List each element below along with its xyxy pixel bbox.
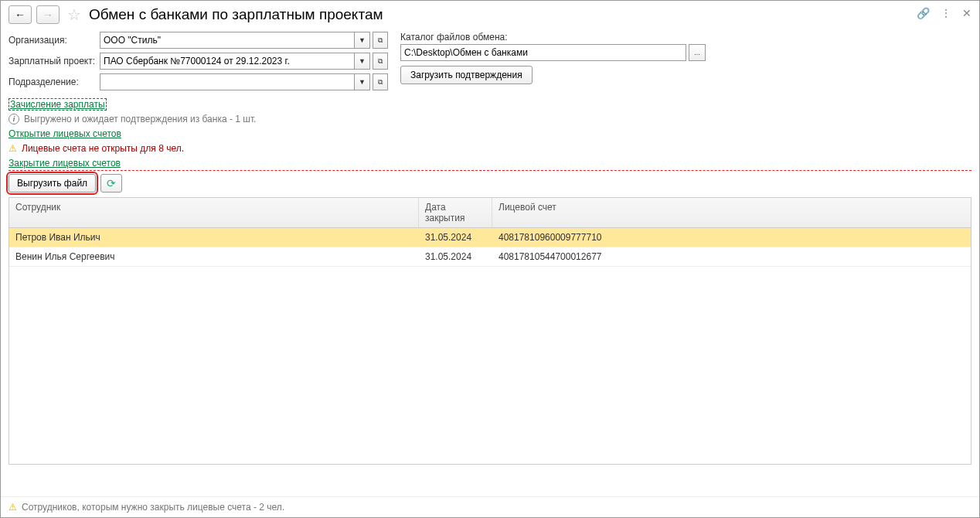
cell-date: 31.05.2024: [419, 247, 492, 266]
org-field-wrap: ▼ ⧉: [100, 32, 388, 49]
chevron-down-icon: ▼: [359, 36, 366, 44]
upload-status-text: Выгружено и ожидает подтверждения из бан…: [24, 114, 256, 124]
page-title: Обмен с банками по зарплатным проектам: [89, 6, 383, 23]
dept-dropdown-button[interactable]: ▼: [355, 73, 370, 90]
close-accounts-link[interactable]: Закрытие лицевых счетов: [9, 158, 121, 169]
dept-field-wrap: ▼ ⧉: [100, 73, 388, 90]
footer-status: ⚠ Сотрудников, которым нужно закрыть лиц…: [1, 496, 979, 517]
open-acc-status-row: ⚠ Лицевые счета не открыты для 8 чел.: [1, 141, 979, 156]
open-accounts-link[interactable]: Открытие лицевых счетов: [9, 128, 121, 139]
cell-employee: Венин Илья Сергеевич: [9, 247, 419, 266]
org-input[interactable]: [100, 32, 355, 49]
open-icon: ⧉: [378, 57, 383, 66]
close-icon[interactable]: ✕: [962, 7, 971, 19]
catalog-input[interactable]: [400, 44, 686, 61]
warning-icon: ⚠: [9, 143, 17, 154]
close-acc-link-row: Закрытие лицевых счетов: [1, 156, 979, 170]
footer-text: Сотрудников, которым нужно закрыть лицев…: [22, 502, 284, 513]
employees-table: Сотрудник Дата закрытия Лицевой счет Пет…: [9, 197, 971, 465]
org-label: Организация:: [9, 35, 100, 46]
left-form: Организация: ▼ ⧉ Зарплатный проект: ▼ ⧉ …: [9, 32, 388, 94]
forward-button[interactable]: →: [36, 5, 60, 24]
table-row[interactable]: Петров Иван Ильич31.05.20244081781096000…: [9, 228, 971, 247]
upload-status-row: i Выгружено и ожидает подтверждения из б…: [1, 111, 979, 127]
dept-input[interactable]: [100, 73, 355, 90]
cell-account: 40817810544700012677: [492, 247, 971, 266]
catalog-browse-button[interactable]: ...: [689, 44, 706, 61]
project-input[interactable]: [100, 53, 355, 70]
star-icon[interactable]: ☆: [64, 5, 84, 24]
load-confirmations-button[interactable]: Загрузить подтверждения: [400, 66, 533, 84]
right-form: Каталог файлов обмена: ... Загрузить под…: [400, 32, 706, 94]
org-row: Организация: ▼ ⧉: [9, 32, 388, 49]
dept-row: Подразделение: ▼ ⧉: [9, 73, 388, 90]
export-file-button[interactable]: Выгрузить файл: [9, 174, 96, 193]
warning-icon: ⚠: [9, 502, 17, 513]
project-field-wrap: ▼ ⧉: [100, 53, 388, 70]
more-icon[interactable]: ⋮: [941, 7, 951, 19]
dept-open-button[interactable]: ⧉: [373, 73, 388, 90]
cell-date: 31.05.2024: [419, 228, 492, 247]
links-area: Зачисление зарплаты: [1, 97, 979, 111]
chevron-down-icon: ▼: [359, 78, 366, 86]
table-header: Сотрудник Дата закрытия Лицевой счет: [9, 198, 971, 228]
project-dropdown-button[interactable]: ▼: [355, 53, 370, 70]
project-label: Зарплатный проект:: [9, 56, 100, 66]
form-area: Организация: ▼ ⧉ Зарплатный проект: ▼ ⧉ …: [1, 29, 979, 97]
col-account[interactable]: Лицевой счет: [492, 198, 971, 227]
catalog-label: Каталог файлов обмена:: [400, 32, 706, 43]
action-bar: Выгрузить файл ⟳: [9, 170, 971, 196]
link-icon[interactable]: 🔗: [917, 7, 930, 19]
cell-employee: Петров Иван Ильич: [9, 228, 419, 247]
open-acc-status-text: Лицевые счета не открыты для 8 чел.: [22, 143, 184, 154]
arrow-right-icon: →: [43, 9, 53, 21]
table-row[interactable]: Венин Илья Сергеевич31.05.20244081781054…: [9, 247, 971, 267]
salary-crediting-link[interactable]: Зачисление зарплаты: [10, 99, 105, 110]
col-employee[interactable]: Сотрудник: [9, 198, 419, 227]
org-open-button[interactable]: ⧉: [373, 32, 388, 49]
catalog-field-wrap: ...: [400, 44, 706, 61]
project-row: Зарплатный проект: ▼ ⧉: [9, 53, 388, 70]
refresh-icon: ⟳: [107, 177, 116, 189]
ellipsis-icon: ...: [694, 49, 700, 56]
refresh-button[interactable]: ⟳: [100, 174, 122, 193]
back-button[interactable]: ←: [9, 5, 32, 24]
info-icon: i: [9, 114, 19, 124]
table-body: Петров Иван Ильич31.05.20244081781096000…: [9, 228, 971, 267]
header-actions: 🔗 ⋮ ✕: [917, 7, 971, 19]
window-header: ← → ☆ Обмен с банками по зарплатным прое…: [1, 1, 979, 29]
project-open-button[interactable]: ⧉: [373, 53, 388, 70]
open-acc-link-row: Открытие лицевых счетов: [1, 127, 979, 141]
open-icon: ⧉: [378, 36, 383, 45]
open-icon: ⧉: [378, 78, 383, 87]
org-dropdown-button[interactable]: ▼: [355, 32, 370, 49]
arrow-left-icon: ←: [15, 9, 26, 21]
cell-account: 40817810960009777710: [492, 228, 971, 247]
chevron-down-icon: ▼: [359, 57, 366, 65]
col-close-date[interactable]: Дата закрытия: [419, 198, 492, 227]
dept-label: Подразделение:: [9, 77, 100, 87]
